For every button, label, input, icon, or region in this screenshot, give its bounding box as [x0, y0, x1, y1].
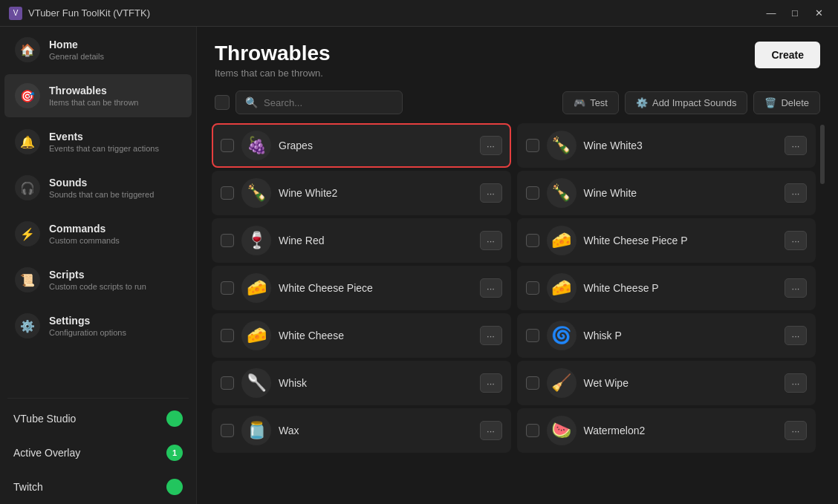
item-icon-wine-red: 🍷 [241, 226, 271, 255]
item-more-wax[interactable]: ··· [480, 421, 502, 440]
sidebar-item-events[interactable]: 🔔 Events Events that can trigger actions [4, 120, 192, 163]
sidebar: 🏠 Home General details 🎯 Throwables Item… [0, 27, 197, 504]
active-overlay-status: 1 [166, 445, 183, 461]
item-row-white-cheese[interactable]: 🧀 White Cheese ··· [212, 313, 511, 358]
item-icon-watermelon2: 🍉 [547, 416, 576, 445]
item-checkbox-wet-wipe[interactable] [526, 376, 539, 390]
item-checkbox-white-cheese-piece[interactable] [221, 281, 234, 295]
header-text: Throwables Items that can be thrown. [215, 42, 331, 79]
item-more-whisk[interactable]: ··· [480, 373, 502, 393]
item-row-white-cheese-piece[interactable]: 🧀 White Cheese Piece ··· [212, 266, 511, 310]
minimize-button[interactable]: — [761, 5, 782, 22]
item-name-white-cheese-piece-p: White Cheese Piece P [584, 235, 778, 246]
delete-icon: 🗑️ [764, 97, 776, 108]
item-more-wine-white[interactable]: ··· [785, 183, 807, 203]
item-icon-grapes: 🍇 [241, 131, 271, 160]
item-row-watermelon2[interactable]: 🍉 Watermelon2 ··· [517, 408, 816, 453]
sidebar-sublabel-sounds: Sounds that can be triggered [49, 190, 154, 199]
select-all-checkbox[interactable] [215, 95, 230, 110]
item-icon-wine-white3: 🍾 [547, 131, 576, 160]
sidebar-sublabel-settings: Configuration options [49, 328, 126, 337]
item-more-white-cheese-p[interactable]: ··· [785, 278, 807, 298]
sidebar-sublabel-home: General details [49, 52, 104, 61]
sidebar-status-twitch[interactable]: Twitch [0, 470, 196, 504]
item-row-wet-wipe[interactable]: 🧹 Wet Wipe ··· [517, 361, 816, 405]
item-more-watermelon2[interactable]: ··· [785, 421, 807, 440]
delete-button[interactable]: 🗑️ Delete [753, 91, 820, 114]
item-checkbox-wine-red[interactable] [221, 234, 234, 247]
item-more-white-cheese[interactable]: ··· [480, 326, 502, 345]
item-checkbox-wine-white2[interactable] [221, 186, 234, 200]
search-input[interactable] [264, 97, 393, 108]
scrollbar-track [819, 123, 826, 504]
item-checkbox-watermelon2[interactable] [526, 424, 539, 437]
item-more-wine-white2[interactable]: ··· [480, 183, 502, 203]
sidebar-sublabel-throwables: Items that can be thrown [49, 98, 138, 107]
sidebar-text-throwables: Throwables Items that can be thrown [49, 85, 138, 107]
sidebar-sublabel-events: Events that can trigger actions [49, 144, 159, 153]
item-checkbox-wax[interactable] [221, 424, 234, 437]
items-area: 🍇 Grapes ··· 🍾 Wine White2 ··· 🍷 Wine Re… [197, 123, 838, 504]
item-checkbox-whisk[interactable] [221, 376, 234, 390]
item-checkbox-grapes[interactable] [221, 139, 234, 152]
item-row-wine-white3[interactable]: 🍾 Wine White3 ··· [517, 123, 816, 168]
item-icon-white-cheese-p: 🧀 [547, 273, 576, 303]
app-logo: V [9, 7, 22, 20]
twitch-label: Twitch [13, 481, 43, 493]
test-button[interactable]: 🎮 Test [562, 91, 619, 114]
item-checkbox-wine-white[interactable] [526, 186, 539, 200]
search-box[interactable]: 🔍 [236, 91, 403, 114]
sidebar-item-commands[interactable]: ⚡ Commands Custom commands [4, 212, 192, 255]
sidebar-item-settings[interactable]: ⚙️ Settings Configuration options [4, 304, 192, 347]
item-icon-wine-white2: 🍾 [241, 178, 271, 208]
item-icon-white-cheese: 🧀 [241, 321, 271, 350]
item-more-white-cheese-piece[interactable]: ··· [480, 278, 502, 298]
add-impact-sounds-label: Add Impact Sounds [652, 97, 736, 108]
item-row-white-cheese-p[interactable]: 🧀 White Cheese P ··· [517, 266, 816, 310]
scripts-icon: 📜 [15, 267, 40, 292]
item-more-white-cheese-piece-p[interactable]: ··· [785, 231, 807, 250]
item-checkbox-wine-white3[interactable] [526, 139, 539, 152]
title-bar: V VTuber Fun ToolKit (VTFTK) — □ ✕ [0, 0, 838, 27]
item-more-grapes[interactable]: ··· [480, 136, 502, 155]
sidebar-item-scripts[interactable]: 📜 Scripts Custom code scripts to run [4, 258, 192, 301]
item-row-whisk[interactable]: 🥄 Whisk ··· [212, 361, 511, 405]
item-checkbox-white-cheese-piece-p[interactable] [526, 234, 539, 247]
item-row-wine-white[interactable]: 🍾 Wine White ··· [517, 171, 816, 215]
item-checkbox-white-cheese-p[interactable] [526, 281, 539, 295]
item-more-whisk-p[interactable]: ··· [785, 326, 807, 345]
home-icon: 🏠 [15, 37, 40, 62]
sidebar-status-vtube[interactable]: VTube Studio [0, 402, 196, 436]
item-row-wine-red[interactable]: 🍷 Wine Red ··· [212, 218, 511, 263]
sidebar-status-overlay[interactable]: Active Overlay 1 [0, 436, 196, 470]
item-checkbox-white-cheese[interactable] [221, 329, 234, 342]
item-more-wet-wipe[interactable]: ··· [785, 373, 807, 393]
sidebar-label-events: Events [49, 131, 159, 143]
twitch-status [166, 479, 183, 495]
sidebar-text-commands: Commands Custom commands [49, 223, 120, 245]
title-bar-controls: — □ ✕ [761, 5, 829, 22]
item-more-wine-red[interactable]: ··· [480, 231, 502, 250]
sidebar-label-commands: Commands [49, 223, 120, 235]
sidebar-label-home: Home [49, 39, 104, 50]
sidebar-item-sounds[interactable]: 🎧 Sounds Sounds that can be triggered [4, 166, 192, 209]
sounds-icon: 🎧 [15, 175, 40, 200]
commands-icon: ⚡ [15, 221, 40, 246]
item-row-whisk-p[interactable]: 🌀 Whisk P ··· [517, 313, 816, 358]
item-name-wet-wipe: Wet Wipe [584, 377, 778, 389]
create-button[interactable]: Create [755, 42, 820, 68]
sidebar-item-throwables[interactable]: 🎯 Throwables Items that can be thrown [4, 74, 192, 117]
search-icon: 🔍 [245, 96, 258, 108]
close-button[interactable]: ✕ [808, 5, 829, 22]
scrollbar-thumb[interactable] [820, 125, 825, 184]
item-row-wine-white2[interactable]: 🍾 Wine White2 ··· [212, 171, 511, 215]
maximize-button[interactable]: □ [785, 5, 805, 22]
add-impact-sounds-button[interactable]: ⚙️ Add Impact Sounds [625, 91, 747, 114]
item-row-white-cheese-piece-p[interactable]: 🧀 White Cheese Piece P ··· [517, 218, 816, 263]
item-row-wax[interactable]: 🫙 Wax ··· [212, 408, 511, 453]
sidebar-item-home[interactable]: 🏠 Home General details [4, 28, 192, 71]
item-more-wine-white3[interactable]: ··· [785, 136, 807, 155]
item-checkbox-whisk-p[interactable] [526, 329, 539, 342]
test-icon: 🎮 [574, 97, 585, 108]
item-row-grapes[interactable]: 🍇 Grapes ··· [212, 123, 511, 168]
